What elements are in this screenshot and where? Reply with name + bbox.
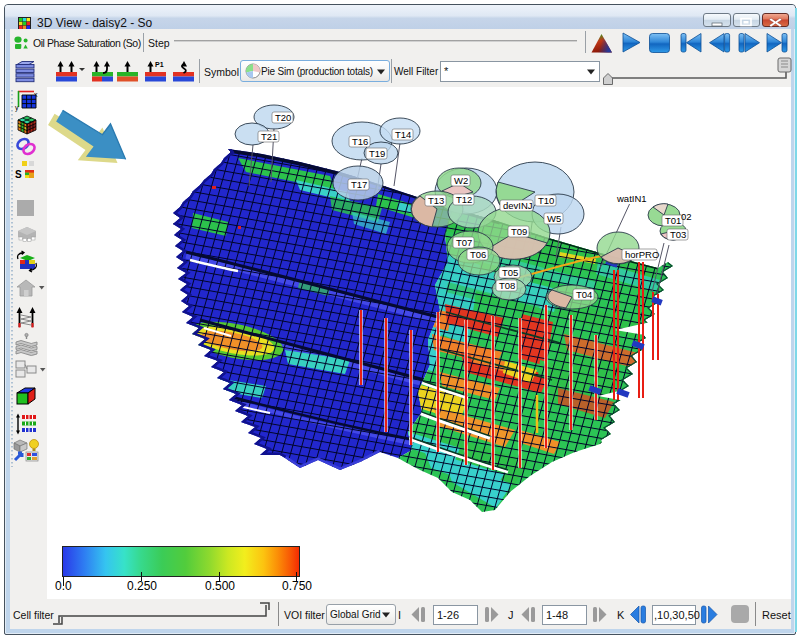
svg-text:T17: T17 <box>351 179 367 190</box>
svg-text:T08: T08 <box>499 280 515 291</box>
svg-text:T12: T12 <box>456 194 472 205</box>
svg-text:P1: P1 <box>155 61 164 68</box>
svg-text:T10: T10 <box>538 195 554 206</box>
svg-text:T09: T09 <box>511 226 527 237</box>
svg-text:T21: T21 <box>261 131 277 142</box>
svg-text:T01: T01 <box>665 215 681 226</box>
svg-text:y: y <box>15 104 19 112</box>
svg-text:watIN1: watIN1 <box>616 193 647 204</box>
svg-text:T19: T19 <box>369 148 385 159</box>
svg-text:devINJ: devINJ <box>503 200 533 211</box>
svg-text:T14: T14 <box>395 129 411 140</box>
svg-text:02: 02 <box>681 211 692 222</box>
svg-text:T20: T20 <box>275 112 291 123</box>
svg-text:T04: T04 <box>576 289 592 300</box>
svg-text:horPRO: horPRO <box>625 249 659 260</box>
svg-text:T07: T07 <box>456 237 472 248</box>
svg-text:T16: T16 <box>352 136 368 147</box>
svg-text:T13: T13 <box>428 195 444 206</box>
svg-text:W5: W5 <box>547 213 561 224</box>
svg-text:W2: W2 <box>454 175 468 186</box>
svg-text:T06: T06 <box>470 249 486 260</box>
svg-text:T03: T03 <box>670 229 686 240</box>
svg-text:T05: T05 <box>502 267 518 278</box>
svg-text:S: S <box>15 169 22 180</box>
